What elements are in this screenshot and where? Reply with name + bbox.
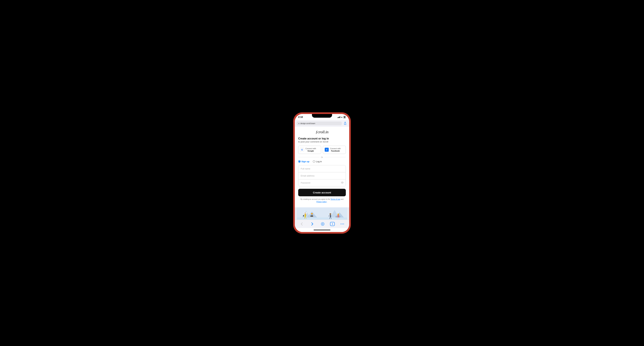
browser-nav: 1	[295, 220, 349, 228]
auth-mode-selector: Sign up Log in	[298, 160, 346, 163]
svg-point-38	[340, 224, 341, 224]
terms-text: By creating an account you agree to the …	[298, 198, 346, 203]
svg-point-31	[338, 214, 339, 215]
social-buttons: G Connect with Google f Connect with Fac…	[298, 146, 346, 154]
illustration-svg	[295, 207, 349, 220]
signup-radio[interactable]: Sign up	[298, 160, 310, 163]
logo: ƒcroll.in	[298, 129, 346, 134]
phone-frame: 2:10 ▲ ▓ ▲ design.scroll.team	[294, 113, 350, 233]
url-bar[interactable]: ▲ design.scroll.team	[296, 121, 342, 125]
phone-screen: 2:10 ▲ ▓ ▲ design.scroll.team	[295, 114, 349, 232]
svg-rect-8	[336, 217, 336, 218]
login-radio-circle	[313, 160, 315, 163]
fullname-field	[298, 165, 346, 172]
form-fields	[298, 165, 346, 186]
lock-icon: ▲	[298, 123, 300, 124]
signup-radio-circle	[298, 160, 300, 163]
more-button[interactable]	[339, 221, 345, 227]
google-icon: G	[300, 148, 304, 152]
svg-rect-11	[305, 215, 306, 217]
fullname-input[interactable]	[298, 165, 346, 172]
form-title: Create account or log in	[298, 137, 346, 140]
illustration-area	[295, 207, 349, 220]
tab-count[interactable]: 1	[330, 222, 335, 226]
back-button[interactable]	[299, 221, 305, 227]
home-indicator	[295, 228, 349, 232]
status-icons: ▲ ▓	[338, 116, 346, 118]
create-account-button[interactable]: Create account	[298, 189, 346, 196]
login-label: Log in	[316, 160, 322, 163]
form-subtitle: to post your comment on Scroll	[298, 140, 346, 143]
svg-point-40	[343, 224, 344, 224]
svg-rect-20	[304, 213, 306, 213]
svg-rect-9	[340, 217, 340, 218]
svg-rect-17	[304, 212, 307, 214]
svg-rect-19	[304, 212, 306, 213]
svg-point-25	[330, 213, 331, 215]
battery-icon: ▓	[343, 116, 346, 118]
logo-text: ƒcroll.in	[316, 130, 328, 134]
share-button[interactable]	[343, 121, 348, 126]
browser-bar: ▲ design.scroll.team	[295, 120, 349, 127]
form-container: ƒcroll.in Create account or log in to po…	[295, 127, 349, 207]
svg-rect-24	[310, 215, 313, 217]
svg-point-0	[342, 182, 343, 183]
status-bar: 2:10 ▲ ▓	[295, 114, 349, 120]
svg-rect-16	[303, 215, 304, 216]
divider-text: Or	[321, 156, 323, 158]
google-button-text: Connect with Google	[306, 147, 316, 152]
new-tab-button[interactable]	[320, 221, 326, 227]
status-time: 2:10	[298, 116, 303, 118]
url-text: design.scroll.team	[300, 122, 315, 124]
svg-point-39	[342, 224, 343, 224]
email-field	[298, 172, 346, 179]
terms-of-use-link[interactable]: Terms of use	[330, 198, 340, 200]
divider: Or	[298, 156, 346, 158]
email-input[interactable]	[298, 172, 346, 179]
facebook-connect-button[interactable]: f Connect with Facebook	[323, 146, 346, 154]
page-content: ƒcroll.in Create account or log in to po…	[295, 127, 349, 220]
svg-rect-26	[330, 215, 331, 217]
google-connect-button[interactable]: G Connect with Google	[298, 146, 321, 154]
facebook-button-text: Connect with Facebook	[330, 147, 341, 152]
password-input[interactable]	[298, 179, 346, 186]
home-bar	[314, 230, 330, 230]
login-radio[interactable]: Log in	[313, 160, 322, 163]
notch	[312, 114, 332, 118]
signal-icon	[338, 116, 340, 118]
password-toggle-icon[interactable]	[341, 181, 344, 184]
privacy-policy-link[interactable]: Privacy policy	[316, 201, 327, 203]
forward-button[interactable]	[309, 221, 315, 227]
signup-label: Sign up	[301, 160, 310, 163]
password-field	[298, 179, 346, 186]
wifi-icon: ▲	[341, 116, 343, 118]
facebook-icon: f	[325, 148, 329, 152]
svg-point-21	[311, 213, 313, 215]
